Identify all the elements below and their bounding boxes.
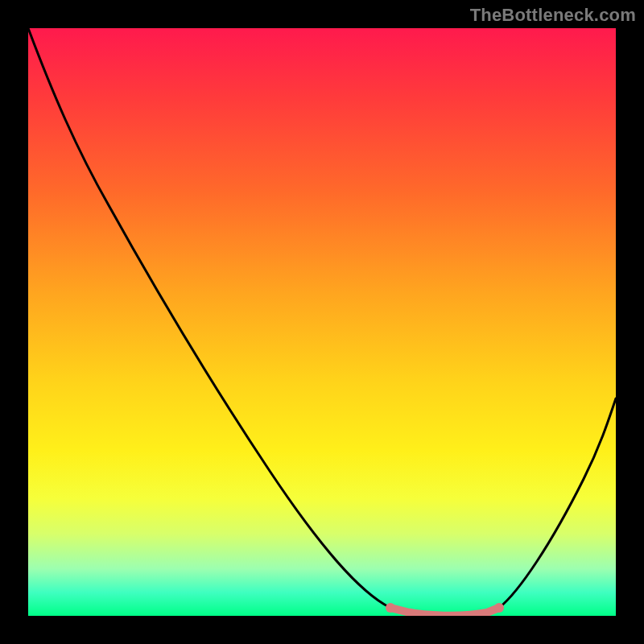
marker-dot-left bbox=[386, 603, 395, 613]
chart-plot-area bbox=[28, 28, 616, 616]
marker-dot-right bbox=[494, 603, 504, 613]
optimal-range-marker bbox=[390, 608, 499, 616]
chart-svg bbox=[28, 28, 616, 616]
chart-frame: TheBottleneck.com bbox=[0, 0, 644, 644]
watermark-text: TheBottleneck.com bbox=[470, 5, 636, 26]
bottleneck-curve bbox=[28, 28, 616, 616]
